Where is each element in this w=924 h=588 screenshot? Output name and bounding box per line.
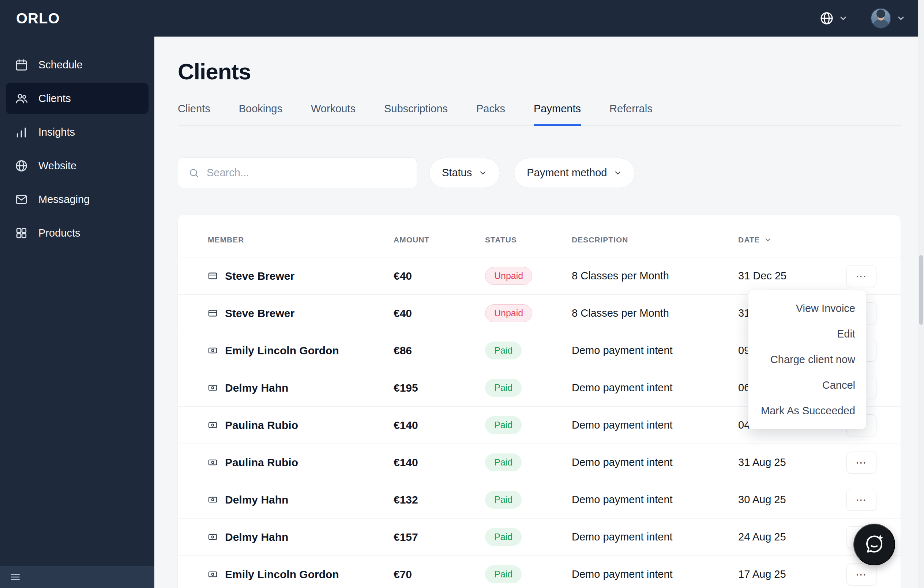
messaging-icon	[15, 193, 28, 206]
status-badge: Unpaid	[485, 304, 532, 322]
row-actions-button[interactable]: ⋯	[846, 265, 876, 287]
amount: €195	[394, 382, 485, 394]
page-title: Clients	[178, 59, 902, 84]
member-name: Delmy Hahn	[225, 382, 288, 394]
payment-method-filter-button[interactable]: Payment method	[514, 158, 635, 188]
sidebar-item-schedule[interactable]: Schedule	[6, 49, 148, 81]
status-cell: Paid	[485, 528, 572, 546]
sidebar-item-label: Insights	[38, 126, 75, 138]
banknote-icon	[208, 495, 218, 505]
chevron-down-icon	[896, 13, 906, 23]
column-header-amount: AMOUNT	[394, 236, 485, 244]
chat-button[interactable]	[853, 524, 895, 565]
sidebar-item-products[interactable]: Products	[6, 217, 148, 249]
date: 17 Aug 25	[738, 568, 846, 580]
filter-bar: Status Payment method	[178, 157, 902, 188]
context-menu: View InvoiceEditCharge client nowCancelM…	[748, 290, 866, 429]
actions-cell: ⋯	[846, 489, 876, 511]
member-name: Delmy Hahn	[225, 494, 288, 506]
chevron-down-icon	[838, 13, 848, 23]
tab-clients[interactable]: Clients	[178, 103, 210, 126]
chevron-down-icon	[614, 168, 622, 177]
table-row: Steve Brewer€40Unpaid8 Classes per Month…	[178, 257, 901, 295]
tab-bookings[interactable]: Bookings	[239, 103, 282, 126]
member-cell: Emily Lincoln Gordon	[208, 344, 394, 357]
banknote-icon	[208, 532, 218, 542]
sidebar-item-label: Products	[38, 227, 80, 239]
sidebar-item-label: Clients	[38, 92, 71, 105]
member-cell: Delmy Hahn	[208, 382, 394, 394]
table-row: Delmy Hahn€157PaidDemo payment intent24 …	[178, 519, 901, 556]
member-name: Paulina Rubio	[225, 419, 298, 432]
amount: €40	[394, 307, 485, 320]
banknote-icon	[208, 458, 218, 467]
tab-subscriptions[interactable]: Subscriptions	[384, 103, 448, 126]
description: 8 Classes per Month	[572, 307, 738, 319]
chevron-down-icon	[478, 168, 487, 177]
amount: €140	[394, 456, 485, 469]
description: Demo payment intent	[572, 419, 738, 431]
search-icon	[188, 168, 200, 178]
sidebar-item-insights[interactable]: Insights	[6, 116, 148, 148]
member-cell: Steve Brewer	[208, 307, 394, 320]
amount: €86	[394, 344, 485, 357]
menu-item-charge-client-now[interactable]: Charge client now	[748, 347, 866, 372]
row-actions-button[interactable]: ⋯	[846, 563, 876, 585]
menu-item-edit[interactable]: Edit	[748, 321, 866, 347]
sidebar-item-website[interactable]: Website	[6, 150, 148, 181]
profile-button[interactable]	[871, 8, 906, 28]
actions-cell: ⋯	[846, 451, 876, 474]
credit-card-icon	[208, 308, 218, 318]
column-label: AMOUNT	[394, 236, 429, 244]
member-cell: Paulina Rubio	[208, 456, 394, 469]
column-header-date[interactable]: DATE	[738, 236, 846, 244]
row-actions-button[interactable]: ⋯	[846, 489, 876, 511]
amount: €132	[394, 494, 485, 506]
tab-referrals[interactable]: Referrals	[609, 103, 653, 126]
table-header: MEMBERAMOUNTSTATUSDESCRIPTIONDATE	[178, 215, 901, 257]
status-badge: Unpaid	[485, 267, 532, 285]
globe-icon	[819, 11, 834, 26]
status-badge: Paid	[485, 491, 521, 509]
column-label: MEMBER	[208, 236, 244, 244]
tab-packs[interactable]: Packs	[476, 103, 505, 126]
member-name: Emily Lincoln Gordon	[225, 344, 339, 357]
tab-workouts[interactable]: Workouts	[311, 103, 356, 126]
table-row: Emily Lincoln Gordon€70PaidDemo payment …	[178, 556, 901, 588]
description: Demo payment intent	[572, 531, 738, 543]
table-row: Paulina Rubio€140PaidDemo payment intent…	[178, 444, 901, 481]
tab-payments[interactable]: Payments	[534, 103, 581, 126]
sidebar-footer	[0, 566, 154, 588]
status-badge: Paid	[485, 453, 521, 471]
description: Demo payment intent	[572, 494, 738, 506]
search-input[interactable]	[207, 167, 406, 179]
table-row: Delmy Hahn€132PaidDemo payment intent30 …	[178, 481, 901, 519]
status-badge: Paid	[485, 528, 521, 546]
language-button[interactable]	[819, 11, 848, 26]
payment-method-filter-label: Payment method	[527, 167, 607, 179]
status-cell: Paid	[485, 379, 572, 397]
amount: €157	[394, 531, 485, 544]
banknote-icon	[208, 420, 218, 430]
member-name: Steve Brewer	[225, 270, 294, 282]
hamburger-icon[interactable]	[10, 571, 21, 583]
menu-item-view-invoice[interactable]: View Invoice	[748, 295, 866, 321]
member-cell: Delmy Hahn	[208, 531, 394, 544]
amount: €40	[394, 270, 485, 282]
status-filter-button[interactable]: Status	[429, 158, 500, 188]
status-badge: Paid	[485, 341, 521, 359]
sidebar-item-clients[interactable]: Clients	[6, 82, 148, 114]
actions-cell: ⋯	[846, 265, 876, 287]
chat-icon	[863, 534, 885, 555]
scrollbar-thumb[interactable]	[919, 255, 923, 325]
search-box	[178, 157, 417, 188]
banknote-icon	[208, 383, 218, 393]
menu-item-mark-as-succeeded[interactable]: Mark As Succeeded	[748, 398, 866, 423]
menu-item-cancel[interactable]: Cancel	[748, 372, 866, 398]
row-actions-button[interactable]: ⋯	[846, 451, 876, 474]
amount: €70	[394, 568, 485, 581]
sidebar-item-messaging[interactable]: Messaging	[6, 184, 148, 215]
calendar-icon	[15, 58, 28, 72]
app: { "colors": { "topbar_bg": "#1e293b", "s…	[0, 0, 924, 588]
member-cell: Emily Lincoln Gordon	[208, 568, 394, 581]
